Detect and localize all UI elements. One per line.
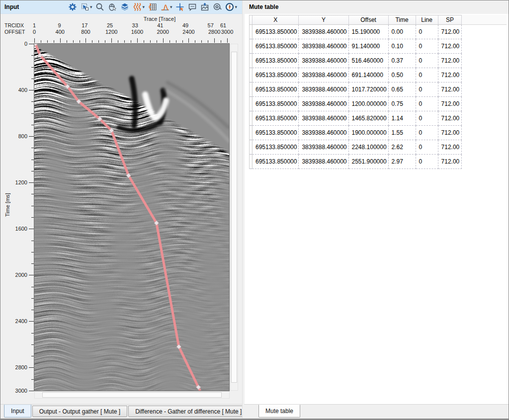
cell-sp[interactable]: 712.00 — [438, 140, 462, 155]
cell-y[interactable]: 3839388.460000 — [299, 25, 348, 39]
cell-y[interactable]: 3839388.460000 — [299, 39, 348, 54]
cell-y[interactable]: 3839388.460000 — [299, 83, 348, 97]
column-header-sp[interactable]: SP — [438, 15, 462, 25]
scroll-right-icon[interactable] — [222, 392, 229, 398]
cell-time[interactable]: 1.14 — [388, 111, 416, 126]
cell-line[interactable]: 0 — [416, 140, 438, 155]
dropdown-caret-icon[interactable]: ▾ — [235, 5, 237, 9]
cell-line[interactable]: 0 — [416, 111, 438, 126]
cell-time[interactable]: 0.00 — [388, 25, 416, 39]
cell-sp[interactable]: 712.00 — [438, 39, 462, 54]
cell-time[interactable]: 0.10 — [388, 39, 416, 54]
cell-sp[interactable]: 712.00 — [438, 97, 462, 111]
wiggle-display-button[interactable]: ▾ — [132, 1, 145, 12]
dropdown-caret-icon[interactable]: ▾ — [90, 5, 92, 9]
horizontal-scrollbar[interactable] — [34, 391, 230, 399]
tab-output[interactable]: Output - Output gather [ Mute ] — [32, 406, 127, 417]
cell-x[interactable]: 695133.850000 — [253, 39, 299, 54]
export-image-button[interactable] — [200, 1, 210, 12]
cell-offset[interactable]: 1900.000000 — [348, 126, 388, 140]
cell-y[interactable]: 3839388.460000 — [299, 54, 348, 68]
cell-offset[interactable]: 1200.000000 — [348, 97, 388, 111]
column-header-x[interactable]: X — [253, 15, 299, 25]
compass-button[interactable]: ▾ — [225, 1, 238, 12]
cell-sp[interactable]: 712.00 — [438, 155, 462, 169]
column-header-line[interactable]: Line — [416, 15, 438, 25]
cell-time[interactable]: 0.75 — [388, 97, 416, 111]
select-mode-button[interactable]: ▾ — [80, 1, 93, 12]
scroll-left-icon[interactable] — [35, 392, 42, 398]
cell-time[interactable]: 0.65 — [388, 83, 416, 97]
cell-line[interactable]: 0 — [416, 68, 438, 83]
column-header-y[interactable]: Y — [299, 15, 348, 25]
cell-x[interactable]: 695133.850000 — [253, 25, 299, 39]
horizontal-scroll-thumb[interactable] — [42, 392, 222, 398]
cell-sp[interactable]: 712.00 — [438, 126, 462, 140]
tab-mute-table[interactable]: Mute table — [258, 405, 300, 418]
cell-line[interactable]: 0 — [416, 83, 438, 97]
cell-line[interactable]: 0 — [416, 54, 438, 68]
settings-button[interactable] — [68, 1, 78, 12]
scroll-up-icon[interactable] — [231, 44, 238, 52]
cell-x[interactable]: 695133.850000 — [253, 83, 299, 97]
mute-line[interactable] — [35, 44, 200, 391]
column-header-time[interactable]: Time — [388, 15, 416, 25]
dropdown-caret-icon[interactable]: ▾ — [142, 5, 145, 9]
cell-y[interactable]: 3839388.460000 — [299, 140, 348, 155]
amplitude-curve-button[interactable]: ▾ — [160, 1, 173, 12]
cell-x[interactable]: 695133.850000 — [253, 68, 299, 83]
mouse-mode-button[interactable] — [107, 1, 117, 12]
cell-line[interactable]: 0 — [416, 97, 438, 111]
cell-x[interactable]: 695133.850000 — [253, 54, 299, 68]
cell-offset[interactable]: 691.140000 — [348, 68, 388, 83]
vertical-scrollbar[interactable] — [230, 44, 238, 391]
cell-line[interactable]: 0 — [416, 25, 438, 39]
cell-x[interactable]: 695133.850000 — [253, 126, 299, 140]
cell-time[interactable]: 1.55 — [388, 126, 416, 140]
cell-offset[interactable]: 2248.100000 — [348, 140, 388, 155]
cell-sp[interactable]: 712.00 — [438, 111, 462, 126]
column-header-offset[interactable]: Offset — [348, 15, 388, 25]
scroll-down-icon[interactable] — [231, 383, 238, 390]
cell-time[interactable]: 0.37 — [388, 54, 416, 68]
cell-line[interactable]: 0 — [416, 126, 438, 140]
trace-table-button[interactable] — [148, 1, 158, 12]
vertical-scroll-thumb[interactable] — [231, 52, 237, 383]
cell-y[interactable]: 3839388.460000 — [299, 126, 348, 140]
cell-time[interactable]: 2.97 — [388, 155, 416, 169]
cell-y[interactable]: 3839388.460000 — [299, 68, 348, 83]
table-row: 695133.8500003839388.4600002248.1000002.… — [250, 140, 462, 155]
offset-tick-label: 1200 — [105, 29, 117, 35]
cell-line[interactable]: 0 — [416, 155, 438, 169]
trace-table-icon — [148, 2, 157, 11]
cell-x[interactable]: 695133.850000 — [253, 140, 299, 155]
cell-sp[interactable]: 712.00 — [438, 68, 462, 83]
cell-offset[interactable]: 91.140000 — [348, 39, 388, 54]
cell-x[interactable]: 695133.850000 — [253, 111, 299, 126]
tab-input[interactable]: Input — [4, 405, 31, 418]
cell-y[interactable]: 3839388.460000 — [299, 155, 348, 169]
cell-offset[interactable]: 1017.720000 — [348, 83, 388, 97]
cell-offset[interactable]: 2551.900000 — [348, 155, 388, 169]
cell-y[interactable]: 3839388.460000 — [299, 97, 348, 111]
qc-tool-button[interactable] — [212, 1, 222, 12]
dropdown-caret-icon[interactable]: ▾ — [170, 5, 172, 9]
cell-offset[interactable]: 1465.820000 — [348, 111, 388, 126]
cell-sp[interactable]: 712.00 — [438, 54, 462, 68]
cell-time[interactable]: 0.50 — [388, 68, 416, 83]
cell-y[interactable]: 3839388.460000 — [299, 111, 348, 126]
layers-button[interactable] — [120, 1, 130, 12]
cell-x[interactable]: 695133.850000 — [253, 155, 299, 169]
offset-tick-mark — [208, 40, 208, 43]
tab-difference[interactable]: Difference - Gather of difference [ Mute… — [128, 406, 249, 417]
comment-button[interactable] — [187, 1, 197, 12]
cell-offset[interactable]: 15.190000 — [348, 25, 388, 39]
cell-offset[interactable]: 516.460000 — [348, 54, 388, 68]
cell-x[interactable]: 695133.850000 — [253, 97, 299, 111]
zoom-button[interactable] — [95, 1, 105, 12]
pick-tool-button[interactable] — [175, 1, 185, 12]
cell-time[interactable]: 2.62 — [388, 140, 416, 155]
cell-line[interactable]: 0 — [416, 39, 438, 54]
cell-sp[interactable]: 712.00 — [438, 83, 462, 97]
cell-sp[interactable]: 712.00 — [438, 25, 462, 39]
